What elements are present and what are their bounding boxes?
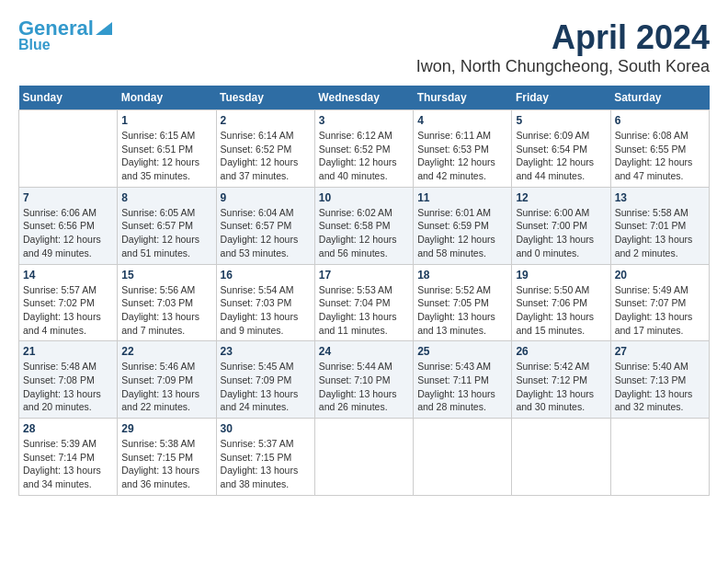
calendar-cell: 7Sunrise: 6:06 AMSunset: 6:56 PMDaylight… (19, 187, 118, 264)
month-title: April 2024 (416, 18, 710, 57)
day-number: 10 (319, 191, 409, 204)
day-info: Sunrise: 6:06 AMSunset: 6:56 PMDaylight:… (23, 206, 113, 260)
calendar-cell (19, 110, 118, 188)
calendar-cell: 24Sunrise: 5:44 AMSunset: 7:10 PMDayligh… (314, 341, 413, 419)
day-info: Sunrise: 5:48 AMSunset: 7:08 PMDaylight:… (23, 360, 113, 414)
day-info: Sunrise: 5:56 AMSunset: 7:03 PMDaylight:… (121, 283, 211, 338)
day-number: 27 (615, 345, 705, 358)
calendar-cell: 25Sunrise: 5:43 AMSunset: 7:11 PMDayligh… (414, 341, 512, 419)
day-info: Sunrise: 6:01 AMSunset: 6:59 PMDaylight:… (417, 206, 507, 260)
day-info: Sunrise: 6:15 AMSunset: 6:51 PMDaylight:… (121, 129, 211, 183)
day-number: 18 (417, 269, 507, 282)
calendar-table: SundayMondayTuesdayWednesdayThursdayFrid… (18, 86, 710, 496)
calendar-cell: 29Sunrise: 5:38 AMSunset: 7:15 PMDayligh… (118, 419, 216, 496)
day-info: Sunrise: 5:54 AMSunset: 7:03 PMDaylight:… (221, 283, 311, 338)
calendar-cell (314, 419, 413, 496)
calendar-cell: 22Sunrise: 5:46 AMSunset: 7:09 PMDayligh… (118, 341, 216, 419)
day-info: Sunrise: 5:43 AMSunset: 7:11 PMDaylight:… (417, 360, 507, 414)
day-info: Sunrise: 5:53 AMSunset: 7:04 PMDaylight:… (319, 283, 409, 338)
calendar-cell: 8Sunrise: 6:05 AMSunset: 6:57 PMDaylight… (118, 187, 216, 264)
calendar-cell: 4Sunrise: 6:11 AMSunset: 6:53 PMDaylight… (414, 110, 512, 188)
calendar-cell: 14Sunrise: 5:57 AMSunset: 7:02 PMDayligh… (19, 264, 118, 341)
day-number: 7 (23, 191, 113, 204)
day-number: 14 (23, 269, 113, 282)
day-info: Sunrise: 6:11 AMSunset: 6:53 PMDaylight:… (417, 129, 507, 183)
page-header: General Blue April 2024 Iwon, North Chun… (18, 18, 710, 76)
logo: General Blue (18, 18, 112, 53)
weekday-header-thursday: Thursday (414, 86, 512, 110)
day-info: Sunrise: 5:38 AMSunset: 7:15 PMDaylight:… (121, 437, 211, 491)
calendar-cell: 11Sunrise: 6:01 AMSunset: 6:59 PMDayligh… (414, 187, 512, 264)
calendar-cell (414, 419, 512, 496)
title-section: April 2024 Iwon, North Chungcheong, Sout… (416, 18, 710, 76)
day-info: Sunrise: 5:46 AMSunset: 7:09 PMDaylight:… (121, 360, 211, 414)
day-info: Sunrise: 6:04 AMSunset: 6:57 PMDaylight:… (221, 206, 311, 260)
day-info: Sunrise: 5:37 AMSunset: 7:15 PMDaylight:… (221, 437, 311, 491)
calendar-cell: 28Sunrise: 5:39 AMSunset: 7:14 PMDayligh… (19, 419, 118, 496)
day-number: 6 (615, 114, 705, 127)
day-number: 12 (516, 191, 606, 204)
day-number: 23 (221, 345, 311, 358)
calendar-cell: 9Sunrise: 6:04 AMSunset: 6:57 PMDaylight… (216, 187, 314, 264)
weekday-header-monday: Monday (118, 86, 216, 110)
logo-blue: Blue (18, 37, 51, 53)
calendar-cell: 5Sunrise: 6:09 AMSunset: 6:54 PMDaylight… (512, 110, 610, 188)
day-number: 4 (417, 114, 507, 127)
day-number: 21 (23, 345, 113, 358)
day-number: 22 (121, 345, 211, 358)
calendar-cell: 30Sunrise: 5:37 AMSunset: 7:15 PMDayligh… (216, 419, 314, 496)
calendar-cell: 3Sunrise: 6:12 AMSunset: 6:52 PMDaylight… (314, 110, 413, 188)
day-number: 11 (417, 191, 507, 204)
day-number: 29 (121, 422, 211, 435)
calendar-cell: 23Sunrise: 5:45 AMSunset: 7:09 PMDayligh… (216, 341, 314, 419)
day-number: 24 (319, 345, 409, 358)
location-title: Iwon, North Chungcheong, South Korea (416, 57, 710, 76)
calendar-cell: 16Sunrise: 5:54 AMSunset: 7:03 PMDayligh… (216, 264, 314, 341)
day-number: 15 (121, 269, 211, 282)
day-number: 5 (516, 114, 606, 127)
day-number: 9 (221, 191, 311, 204)
calendar-cell: 12Sunrise: 6:00 AMSunset: 7:00 PMDayligh… (512, 187, 610, 264)
day-number: 3 (319, 114, 409, 127)
day-info: Sunrise: 5:58 AMSunset: 7:01 PMDaylight:… (615, 206, 705, 260)
day-info: Sunrise: 6:12 AMSunset: 6:52 PMDaylight:… (319, 129, 409, 183)
day-info: Sunrise: 6:05 AMSunset: 6:57 PMDaylight:… (121, 206, 211, 260)
weekday-header-saturday: Saturday (610, 86, 709, 110)
calendar-cell: 27Sunrise: 5:40 AMSunset: 7:13 PMDayligh… (610, 341, 709, 419)
day-number: 16 (221, 269, 311, 282)
weekday-header-sunday: Sunday (19, 86, 118, 110)
calendar-cell: 18Sunrise: 5:52 AMSunset: 7:05 PMDayligh… (414, 264, 512, 341)
day-info: Sunrise: 6:00 AMSunset: 7:00 PMDaylight:… (516, 206, 606, 260)
calendar-cell: 19Sunrise: 5:50 AMSunset: 7:06 PMDayligh… (512, 264, 610, 341)
day-number: 30 (221, 422, 311, 435)
day-info: Sunrise: 6:09 AMSunset: 6:54 PMDaylight:… (516, 129, 606, 183)
day-number: 28 (23, 422, 113, 435)
day-number: 2 (221, 114, 311, 127)
day-number: 19 (516, 269, 606, 282)
day-info: Sunrise: 5:40 AMSunset: 7:13 PMDaylight:… (615, 360, 705, 414)
calendar-cell: 6Sunrise: 6:08 AMSunset: 6:55 PMDaylight… (610, 110, 709, 188)
day-info: Sunrise: 5:50 AMSunset: 7:06 PMDaylight:… (516, 283, 606, 338)
day-info: Sunrise: 5:39 AMSunset: 7:14 PMDaylight:… (23, 437, 113, 491)
day-info: Sunrise: 6:02 AMSunset: 6:58 PMDaylight:… (319, 206, 409, 260)
day-number: 13 (615, 191, 705, 204)
logo-general: General (18, 18, 94, 39)
calendar-cell (610, 419, 709, 496)
weekday-header-wednesday: Wednesday (314, 86, 413, 110)
calendar-cell (512, 419, 610, 496)
calendar-cell: 1Sunrise: 6:15 AMSunset: 6:51 PMDaylight… (118, 110, 216, 188)
day-info: Sunrise: 5:52 AMSunset: 7:05 PMDaylight:… (417, 283, 507, 338)
day-info: Sunrise: 5:42 AMSunset: 7:12 PMDaylight:… (516, 360, 606, 414)
weekday-header-friday: Friday (512, 86, 610, 110)
calendar-cell: 13Sunrise: 5:58 AMSunset: 7:01 PMDayligh… (610, 187, 709, 264)
calendar-cell: 20Sunrise: 5:49 AMSunset: 7:07 PMDayligh… (610, 264, 709, 341)
calendar-cell: 17Sunrise: 5:53 AMSunset: 7:04 PMDayligh… (314, 264, 413, 341)
calendar-cell: 21Sunrise: 5:48 AMSunset: 7:08 PMDayligh… (19, 341, 118, 419)
calendar-cell: 10Sunrise: 6:02 AMSunset: 6:58 PMDayligh… (314, 187, 413, 264)
logo-icon (96, 18, 112, 35)
day-number: 1 (121, 114, 211, 127)
day-number: 26 (516, 345, 606, 358)
day-number: 17 (319, 269, 409, 282)
day-info: Sunrise: 6:14 AMSunset: 6:52 PMDaylight:… (221, 129, 311, 183)
calendar-cell: 15Sunrise: 5:56 AMSunset: 7:03 PMDayligh… (118, 264, 216, 341)
